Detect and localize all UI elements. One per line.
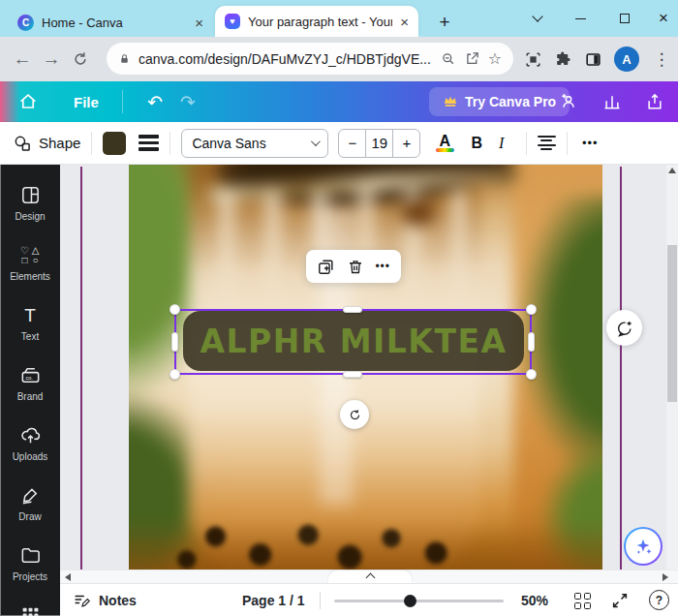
chevron-up-icon bbox=[365, 573, 375, 583]
help-button[interactable]: ? bbox=[649, 590, 669, 610]
rainbow-bar bbox=[436, 148, 454, 152]
page-indicator[interactable]: Page 1 / 1 bbox=[242, 584, 305, 616]
border-style-icon[interactable] bbox=[139, 135, 159, 151]
share-upload-icon[interactable] bbox=[645, 92, 664, 111]
design-canvas: ALPHR MILKTEA ••• bbox=[60, 165, 678, 583]
url-text[interactable]: canva.com/design/DAFuMvZYJ_c/HDBTjdgVE..… bbox=[139, 51, 432, 67]
zoom-percent[interactable]: 50% bbox=[521, 584, 548, 616]
resize-handle-ne[interactable] bbox=[526, 304, 537, 315]
home-button[interactable] bbox=[0, 91, 56, 112]
shape-tool-icon[interactable] bbox=[13, 134, 32, 153]
zoom-slider-thumb[interactable] bbox=[404, 595, 416, 607]
try-canva-pro-button[interactable]: Try Canva Pro bbox=[429, 87, 570, 116]
font-family-select[interactable]: Canva Sans bbox=[181, 129, 328, 158]
sidebar-item-elements[interactable]: ♡△□○ Elements bbox=[0, 232, 60, 293]
sidebar-item-text[interactable]: T Text bbox=[0, 293, 60, 353]
window-close-button[interactable]: × bbox=[649, 6, 678, 31]
sidebar-item-draw[interactable]: Draw bbox=[0, 473, 60, 533]
scroll-right-icon[interactable] bbox=[663, 573, 668, 581]
element-more-button[interactable]: ••• bbox=[375, 260, 390, 273]
font-size-increase-button[interactable]: + bbox=[393, 130, 419, 157]
address-bar[interactable]: canva.com/design/DAFuMvZYJ_c/HDBTjdgVE..… bbox=[107, 43, 513, 75]
fullscreen-button[interactable] bbox=[611, 584, 629, 616]
page-guide-left bbox=[80, 167, 82, 570]
maximize-button[interactable] bbox=[610, 6, 639, 31]
fill-color-swatch[interactable] bbox=[103, 132, 126, 155]
tab-strip: C Home - Canva × ♥ Your paragraph text -… bbox=[0, 0, 678, 37]
grid-view-button[interactable] bbox=[574, 584, 591, 616]
comment-plus-icon bbox=[615, 319, 634, 338]
zoom-slider-track[interactable] bbox=[334, 600, 504, 602]
resize-handle-w[interactable] bbox=[171, 332, 178, 352]
redo-button[interactable]: ↷ bbox=[171, 91, 204, 113]
browser-window: C Home - Canva × ♥ Your paragraph text -… bbox=[0, 0, 678, 616]
file-menu[interactable]: File bbox=[74, 94, 99, 110]
shape-tool-label[interactable]: Shape bbox=[39, 135, 80, 151]
element-context-toolbar: ••• bbox=[306, 250, 401, 283]
sidebar-item-uploads[interactable]: Uploads bbox=[0, 413, 60, 473]
tab-title: Home - Canva bbox=[42, 15, 187, 30]
sidebar-item-brand[interactable]: co. Brand bbox=[0, 353, 60, 413]
text-align-icon[interactable] bbox=[538, 136, 556, 151]
text-color-button[interactable]: A bbox=[434, 134, 455, 152]
share-icon[interactable] bbox=[464, 50, 480, 67]
tab-home-canva[interactable]: C Home - Canva × bbox=[8, 8, 213, 37]
resize-handle-nw[interactable] bbox=[170, 304, 180, 315]
sidebar-item-design[interactable]: Design bbox=[0, 172, 60, 232]
extensions-puzzle-icon[interactable] bbox=[554, 50, 572, 69]
font-size-stepper: − 19 + bbox=[338, 129, 420, 158]
capture-icon[interactable] bbox=[524, 50, 542, 69]
canva-favicon: C bbox=[17, 15, 34, 31]
duplicate-icon[interactable] bbox=[317, 258, 335, 276]
vertical-scrollbar-thumb[interactable] bbox=[667, 245, 677, 402]
canva-assistant-button[interactable] bbox=[624, 527, 663, 566]
projects-folder-icon bbox=[19, 544, 42, 567]
notes-label: Notes bbox=[99, 593, 137, 608]
bold-button[interactable]: B bbox=[471, 135, 482, 152]
rotate-handle[interactable] bbox=[340, 400, 369, 429]
resize-handle-e[interactable] bbox=[528, 332, 535, 352]
tab-close-icon[interactable]: × bbox=[195, 15, 203, 30]
undo-button[interactable]: ↶ bbox=[139, 91, 171, 113]
split-screen-icon[interactable] bbox=[584, 50, 602, 69]
font-size-decrease-button[interactable]: − bbox=[339, 130, 365, 157]
delete-trash-icon[interactable] bbox=[347, 258, 364, 276]
tab-search-button[interactable] bbox=[523, 6, 552, 31]
zoom-slider[interactable] bbox=[334, 584, 504, 616]
insights-chart-icon[interactable] bbox=[602, 92, 622, 111]
sidebar-item-apps[interactable]: Apps bbox=[0, 593, 60, 616]
profile-avatar[interactable]: A bbox=[614, 46, 639, 72]
zoom-out-icon[interactable] bbox=[440, 50, 456, 67]
add-comment-button[interactable] bbox=[606, 310, 642, 346]
browser-menu-icon[interactable]: ⋮ bbox=[651, 49, 672, 70]
notes-button[interactable]: Notes bbox=[73, 584, 137, 616]
resize-handle-s[interactable] bbox=[343, 371, 362, 378]
tab-close-icon[interactable]: × bbox=[400, 15, 409, 29]
resize-handle-se[interactable] bbox=[526, 369, 537, 380]
invite-members-icon[interactable] bbox=[558, 92, 579, 111]
minimize-button[interactable] bbox=[566, 6, 595, 31]
chevron-down-icon bbox=[311, 137, 321, 146]
tab-design-active[interactable]: ♥ Your paragraph text - Your S × bbox=[215, 6, 418, 37]
reload-button[interactable] bbox=[66, 50, 95, 68]
forward-button[interactable]: → bbox=[37, 48, 66, 70]
try-pro-label: Try Canva Pro bbox=[465, 94, 556, 109]
vertical-scrollbar[interactable] bbox=[666, 165, 678, 570]
divider bbox=[170, 132, 170, 155]
pages-drawer-handle[interactable] bbox=[328, 570, 412, 583]
text-tool-icon: T bbox=[24, 305, 36, 326]
new-tab-button[interactable]: + bbox=[432, 10, 457, 35]
divider bbox=[567, 132, 568, 155]
bookmark-star-icon[interactable]: ☆ bbox=[488, 49, 502, 68]
sidebar-item-projects[interactable]: Projects bbox=[0, 533, 60, 593]
resize-handle-sw[interactable] bbox=[170, 369, 180, 380]
scroll-up-icon[interactable] bbox=[668, 168, 676, 173]
design-favicon-heart-icon: ♥ bbox=[225, 14, 240, 29]
scroll-left-icon[interactable] bbox=[65, 573, 71, 581]
font-size-value[interactable]: 19 bbox=[365, 130, 393, 157]
bottom-bar: Notes Page 1 / 1 50% ? bbox=[60, 583, 678, 616]
toolbar-more-button[interactable]: ••• bbox=[582, 136, 599, 150]
resize-handle-n[interactable] bbox=[343, 306, 362, 313]
back-button[interactable]: ← bbox=[8, 48, 37, 70]
italic-button[interactable]: I bbox=[499, 135, 508, 152]
